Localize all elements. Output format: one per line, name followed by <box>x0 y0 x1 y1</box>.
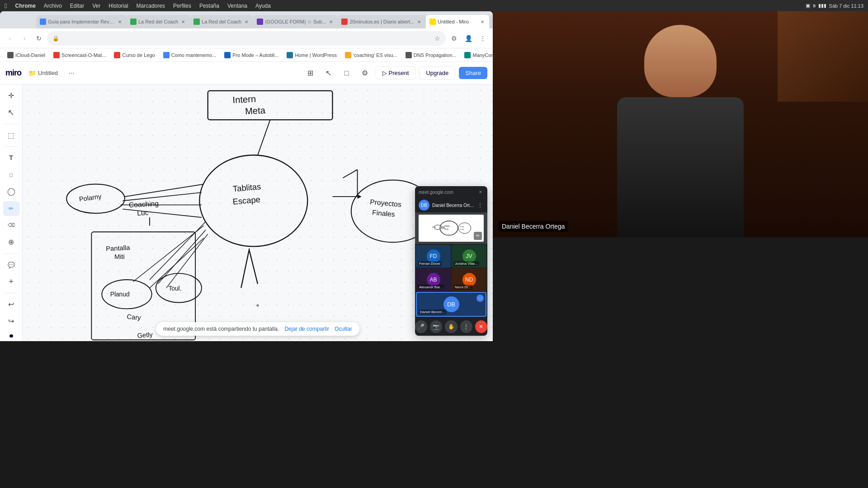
historial-menu[interactable]: Historial <box>108 3 128 9</box>
tab-2-close[interactable]: ✕ <box>180 19 186 25</box>
svg-text:Cary: Cary <box>127 313 142 322</box>
miro-share-button[interactable]: Share <box>459 67 487 79</box>
notification-text: meet.google.com está compartiendo tu pan… <box>163 326 279 332</box>
bookmarks-bar: iCloud-Daniel Screencast-O-Mat... Curso … <box>0 48 493 62</box>
miro-present-button[interactable]: ▷ Present <box>376 66 416 80</box>
meet-camera-button[interactable]: 📷 <box>430 320 442 333</box>
tool-sticky[interactable]: □ <box>3 167 19 182</box>
ver-menu[interactable]: Ver <box>92 3 100 9</box>
tool-shapes[interactable]: ◯ <box>3 184 19 199</box>
tab-7[interactable]: Meet – Supervisión S... ✕ <box>489 15 493 28</box>
tab-6-close[interactable]: ✕ <box>479 19 486 25</box>
tab-5-close[interactable]: ✕ <box>416 19 422 25</box>
tool-pen[interactable]: ✏ <box>3 201 19 216</box>
bookmark-icloud[interactable]: iCloud-Daniel <box>4 51 49 60</box>
tool-connect[interactable]: ⊕ <box>3 235 19 249</box>
participant-tile-self: DB ··· Daniel Becerr... <box>416 292 486 317</box>
miro-camera-icon-btn[interactable]: □ <box>340 66 354 80</box>
reload-button[interactable]: ↻ <box>33 32 45 45</box>
tool-frames[interactable]: ⬚ <box>3 128 19 143</box>
ventana-menu[interactable]: Ventana <box>227 3 247 9</box>
svg-text:Tabla: Tabla <box>444 225 450 227</box>
tool-undo[interactable]: ↩ <box>3 297 19 312</box>
tool-eraser[interactable]: ⌫ <box>3 218 19 233</box>
star-icon: ☆ <box>434 35 440 42</box>
bookmark-manycontacts[interactable]: ManyContacts | C... <box>461 51 493 60</box>
tool-comment[interactable]: 💬 <box>3 257 19 272</box>
meet-more-button[interactable]: ⋮ <box>477 202 484 208</box>
svg-point-40 <box>440 221 458 235</box>
color-picker-dot[interactable] <box>9 334 13 338</box>
tab-3-close[interactable]: ✕ <box>243 19 250 25</box>
extensions-button[interactable]: ⚙ <box>448 32 460 45</box>
forward-button[interactable]: › <box>18 32 31 45</box>
meet-close-button[interactable]: ✕ <box>477 189 484 195</box>
bookmark-dns[interactable]: DNS Propagation... <box>402 51 460 60</box>
chrome-tabs-bar: Guía para Implementar Revis... ✕ La Red … <box>0 11 493 28</box>
meet-more-controls-button[interactable]: ⋮ <box>460 320 472 333</box>
url-input[interactable]: miro.com/app/board/uXjVL6_MaLk=/ <box>62 35 432 42</box>
bookmark-promode[interactable]: Pro Mode – Autobll... <box>221 51 282 60</box>
svg-text:Esc: Esc <box>445 228 449 230</box>
bookmark-mantenemo[interactable]: Como mantenemo... <box>160 51 220 60</box>
meet-screen-preview: Pol Tabla Esc Proy Final <box>415 212 487 244</box>
tab-1[interactable]: Guía para Implementar Revis... ✕ <box>36 15 127 28</box>
profile-button[interactable]: 👤 <box>462 32 475 45</box>
tab-1-favicon <box>40 19 46 25</box>
tool-add[interactable]: + <box>3 274 19 289</box>
bookmark-promode-icon <box>224 52 231 58</box>
tool-cursor[interactable]: ↖ <box>3 105 19 120</box>
mac-system-tray: ▣ ʙ ▮▮▮ Sáb 7 dic 11:13 <box>806 0 863 11</box>
address-bar[interactable]: 🔒 miro.com/app/board/uXjVL6_MaLk=/ ☆ <box>47 31 446 46</box>
tool-text[interactable]: T <box>3 150 19 165</box>
archivo-menu[interactable]: Archivo <box>44 3 62 9</box>
bookmark-lego[interactable]: Curso de Lego <box>110 51 158 60</box>
tab-3[interactable]: La Red del Coach ✕ <box>190 15 253 28</box>
stop-sharing-link[interactable]: Dejar de compartir <box>284 326 329 332</box>
svg-text:Miti: Miti <box>114 253 125 260</box>
marcadores-menu[interactable]: Marcadores <box>137 3 165 9</box>
tool-select[interactable]: ✛ <box>3 88 19 103</box>
chrome-toolbar: ‹ › ↻ 🔒 miro.com/app/board/uXjVL6_MaLk=/… <box>0 28 493 48</box>
pestana-menu[interactable]: Pestaña <box>199 3 219 9</box>
bookmark-lego-label: Curso de Lego <box>122 52 155 58</box>
meet-hand-button[interactable]: ✋ <box>445 320 457 333</box>
tab-2-title: La Red del Coach <box>138 19 178 24</box>
miro-upgrade-button[interactable]: Upgrade <box>419 66 455 80</box>
bookmark-screencast[interactable]: Screencast-O-Mat... <box>50 51 109 60</box>
svg-text:Escape: Escape <box>232 194 261 206</box>
bookmark-coaching[interactable]: 'coaching' ES visu... <box>341 51 401 60</box>
miro-header: miro 📁 Untitled ··· ⊞ ↖ □ ⚙ ▷ Present Up… <box>0 62 493 84</box>
miro-canvas[interactable]: Intern Meta Tablitas Escape Polarny Coac… <box>23 84 493 341</box>
meet-mic-button[interactable]: 🎤 <box>415 320 427 333</box>
app-name-menu[interactable]: Chrome <box>15 3 35 9</box>
tab-4-close[interactable]: ✕ <box>328 19 334 25</box>
participant-tile-alexan: AB Alexandr Bar... <box>416 268 451 291</box>
ayuda-menu[interactable]: Ayuda <box>255 3 271 9</box>
meet-end-call-button[interactable]: ✕ <box>475 320 487 333</box>
self-indicator: ··· <box>476 295 484 302</box>
bookmark-icloud-label: iCloud-Daniel <box>15 52 45 58</box>
miro-file-folder[interactable]: 📁 Untitled <box>25 68 61 79</box>
tab-6[interactable]: Untitled - Miro ✕ <box>426 15 489 28</box>
meet-screen-overlay: ✏ <box>474 232 482 240</box>
miro-grid-icon-btn[interactable]: ⊞ <box>303 66 318 80</box>
hide-link[interactable]: Ocultar <box>335 326 352 332</box>
more-button[interactable]: ⋮ <box>476 32 489 45</box>
miro-header-right: ⊞ ↖ □ ⚙ ▷ Present Upgrade Share <box>303 66 487 80</box>
tab-1-close[interactable]: ✕ <box>117 19 123 25</box>
tab-5[interactable]: 20minutos.es | Diario abiert... ✕ <box>338 15 426 28</box>
miro-settings-icon-btn[interactable]: ⚙ <box>358 66 372 80</box>
bookmark-wordpress[interactable]: Home | WordPress <box>283 51 340 60</box>
apple-menu[interactable]:  <box>5 2 7 9</box>
perfiles-menu[interactable]: Perfiles <box>173 3 191 9</box>
editar-menu[interactable]: Editar <box>70 3 84 9</box>
miro-more-button[interactable]: ··· <box>65 67 78 80</box>
back-button[interactable]: ‹ <box>4 32 16 45</box>
tool-redo[interactable]: ↪ <box>3 314 19 328</box>
tab-2[interactable]: La Red del Coach ✕ <box>127 15 190 28</box>
miro-cursor-icon-btn[interactable]: ↖ <box>321 66 336 80</box>
bluetooth-icon: ʙ <box>813 3 816 9</box>
tab-4[interactable]: (GOOGLE FORM) ☆ Sub... ✕ <box>253 15 338 28</box>
toolbar-divider-4 <box>5 293 18 293</box>
